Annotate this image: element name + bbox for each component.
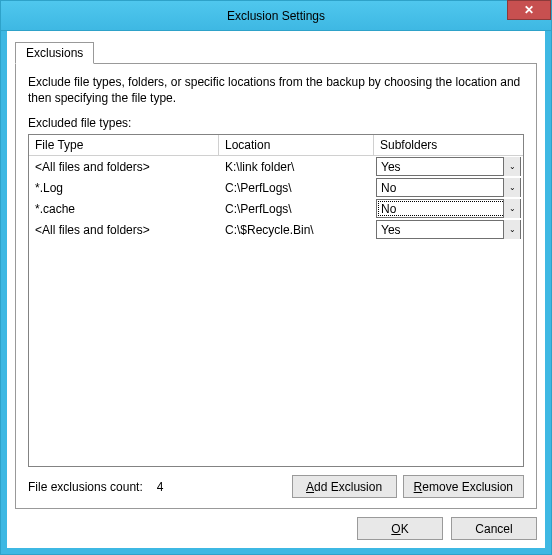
dropdown-value: Yes	[381, 223, 401, 237]
description-text: Exclude file types, folders, or specific…	[28, 74, 524, 106]
exclusions-grid: File Type Location Subfolders <All files…	[28, 134, 524, 467]
cell-filetype: <All files and folders>	[29, 160, 219, 174]
titlebar: Exclusion Settings ✕	[1, 1, 551, 31]
add-exclusion-button[interactable]: Add Exclusion	[292, 475, 397, 498]
cancel-button[interactable]: Cancel	[451, 517, 537, 540]
cell-filetype: *.Log	[29, 181, 219, 195]
cell-subfolders: No⌄	[374, 199, 523, 218]
chevron-down-icon: ⌄	[503, 157, 520, 176]
dialog-buttons: OK Cancel	[15, 509, 537, 540]
dropdown-value: Yes	[381, 160, 401, 174]
cell-subfolders: No⌄	[374, 178, 523, 197]
cell-location: C:\PerfLogs\	[219, 202, 374, 216]
cell-subfolders: Yes⌄	[374, 157, 523, 176]
column-header-filetype[interactable]: File Type	[29, 135, 219, 155]
table-row[interactable]: <All files and folders>K:\link folder\Ye…	[29, 156, 523, 177]
subfolders-dropdown[interactable]: Yes⌄	[376, 157, 521, 176]
window-body: Exclusions Exclude file types, folders, …	[1, 31, 551, 554]
dropdown-value: No	[381, 181, 396, 195]
close-button[interactable]: ✕	[507, 0, 551, 20]
tab-page: Exclude file types, folders, or specific…	[15, 63, 537, 509]
remove-exclusion-button[interactable]: Remove Exclusion	[403, 475, 524, 498]
excluded-label: Excluded file types:	[28, 116, 524, 130]
subfolders-dropdown[interactable]: Yes⌄	[376, 220, 521, 239]
chevron-down-icon: ⌄	[503, 220, 520, 239]
cell-filetype: <All files and folders>	[29, 223, 219, 237]
window: Exclusion Settings ✕ Exclusions Exclude …	[0, 0, 552, 555]
cell-location: C:\$Recycle.Bin\	[219, 223, 374, 237]
tab-exclusions[interactable]: Exclusions	[15, 42, 94, 64]
cell-filetype: *.cache	[29, 202, 219, 216]
close-icon: ✕	[524, 3, 534, 17]
column-header-location[interactable]: Location	[219, 135, 374, 155]
tab-strip: Exclusions	[15, 41, 537, 63]
window-title: Exclusion Settings	[227, 9, 325, 23]
count-value: 4	[157, 480, 164, 494]
subfolders-dropdown[interactable]: No⌄	[376, 199, 521, 218]
count-label: File exclusions count:	[28, 480, 143, 494]
cell-location: K:\link folder\	[219, 160, 374, 174]
ok-button[interactable]: OK	[357, 517, 443, 540]
grid-body: <All files and folders>K:\link folder\Ye…	[29, 156, 523, 466]
subfolders-dropdown[interactable]: No⌄	[376, 178, 521, 197]
column-header-subfolders[interactable]: Subfolders	[374, 135, 523, 155]
chevron-down-icon: ⌄	[503, 178, 520, 197]
cell-location: C:\PerfLogs\	[219, 181, 374, 195]
footer-row: File exclusions count: 4 Add Exclusion R…	[28, 475, 524, 498]
dropdown-value: No	[381, 202, 396, 216]
table-row[interactable]: <All files and folders>C:\$Recycle.Bin\Y…	[29, 219, 523, 240]
table-row[interactable]: *.LogC:\PerfLogs\No⌄	[29, 177, 523, 198]
table-row[interactable]: *.cacheC:\PerfLogs\No⌄	[29, 198, 523, 219]
cell-subfolders: Yes⌄	[374, 220, 523, 239]
chevron-down-icon: ⌄	[503, 199, 520, 218]
grid-header: File Type Location Subfolders	[29, 135, 523, 156]
